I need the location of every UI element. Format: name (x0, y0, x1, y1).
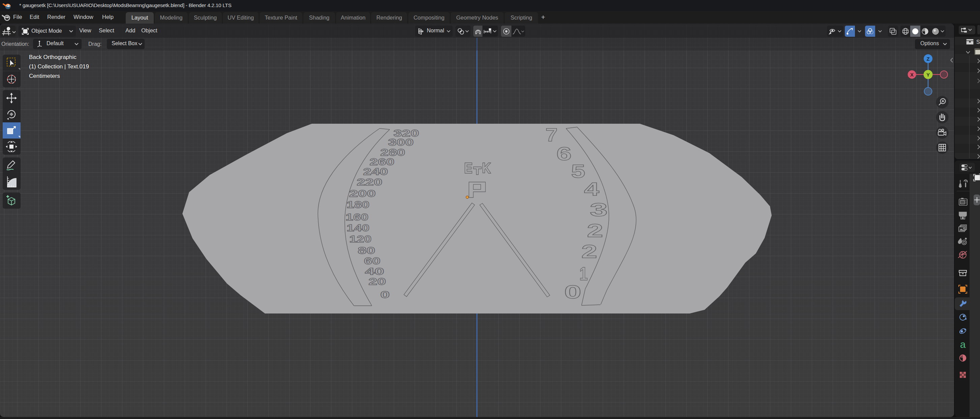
svg-text:300: 300 (388, 136, 414, 147)
svg-text:2: 2 (587, 220, 603, 241)
svg-text:120: 120 (349, 233, 372, 244)
svg-text:140: 140 (347, 222, 369, 234)
svg-text:20: 20 (369, 276, 386, 287)
svg-text:Y: Y (926, 72, 930, 78)
svg-text:X: X (910, 72, 913, 78)
svg-text:240: 240 (363, 166, 388, 177)
svg-text:5: 5 (571, 161, 585, 182)
svg-text:200: 200 (349, 187, 376, 199)
svg-text:80: 80 (358, 244, 375, 256)
svg-text:60: 60 (364, 255, 380, 266)
svg-text:0: 0 (564, 281, 582, 303)
svg-text:6: 6 (557, 143, 572, 164)
svg-text:S: S (976, 39, 980, 45)
svg-text:180: 180 (347, 199, 369, 210)
svg-text:2: 2 (582, 241, 597, 261)
svg-text:0: 0 (380, 288, 390, 300)
svg-text:160: 160 (345, 211, 369, 223)
svg-text:Z: Z (926, 56, 929, 62)
svg-text:40: 40 (365, 265, 384, 277)
svg-text:3: 3 (590, 199, 608, 220)
svg-text:4: 4 (584, 178, 600, 199)
svg-text:a: a (960, 339, 966, 350)
svg-text:220: 220 (357, 176, 382, 187)
svg-text:7: 7 (546, 124, 558, 145)
